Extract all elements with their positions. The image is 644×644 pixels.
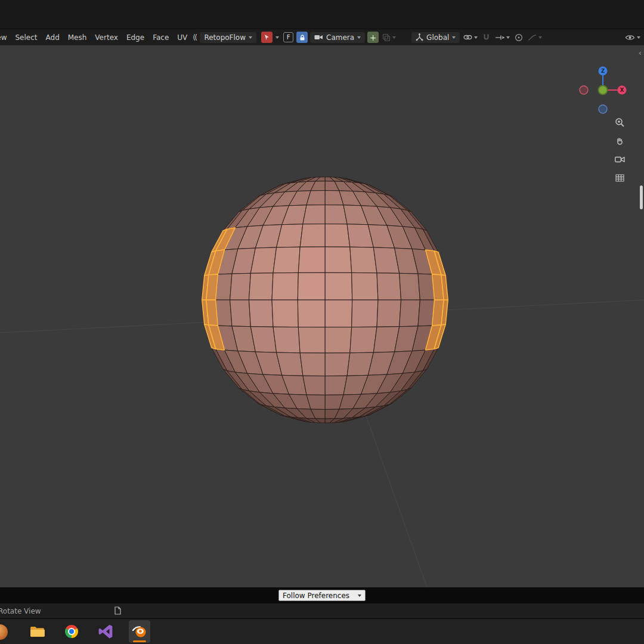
chevron-down-icon (637, 36, 640, 39)
taskbar-chrome[interactable] (61, 620, 82, 643)
snap-increment-icon (495, 34, 504, 41)
falloff-curve-group[interactable] (528, 34, 542, 41)
camera-view-dropdown[interactable]: Camera (310, 32, 365, 43)
neg-x-axis-ball[interactable] (580, 86, 588, 94)
menu-item-mesh[interactable]: Mesh (64, 32, 91, 43)
retopoflow-label: RetopoFlow (204, 33, 246, 42)
chevron-down-icon (357, 36, 361, 39)
grid-icon (615, 174, 625, 182)
sphere-wireframe (212, 177, 438, 423)
visibility-dropdown[interactable] (625, 34, 640, 41)
camera-view-button[interactable] (613, 153, 626, 166)
viewport-scrollbar-thumb[interactable] (640, 185, 643, 209)
snap-toggle[interactable] (482, 33, 490, 41)
folder-icon (30, 624, 45, 639)
chevron-down-icon (506, 36, 510, 39)
visual-studio-icon (98, 624, 113, 639)
copy-icon (382, 33, 391, 42)
pivot-point-group[interactable] (463, 33, 478, 41)
chevron-down-icon (249, 36, 252, 39)
zoom-button[interactable] (613, 116, 626, 129)
duplicate-icon-group[interactable] (382, 33, 396, 42)
navigation-gizmo[interactable]: Z X (575, 63, 630, 117)
tool-icon-group[interactable] (260, 32, 279, 43)
active-app-indicator (133, 640, 146, 642)
f-key-button[interactable]: F (283, 32, 293, 42)
3d-viewport[interactable]: ‹ Z X (0, 45, 644, 587)
blender-icon (132, 624, 147, 639)
chrome-icon (65, 625, 78, 638)
camera-icon (615, 156, 625, 163)
taskbar (0, 618, 644, 644)
menu-item-view[interactable]: View (0, 32, 11, 43)
taskbar-file-explorer[interactable] (27, 620, 48, 643)
window-titlebar (0, 0, 644, 29)
hand-icon (615, 136, 624, 145)
magnet-icon (482, 33, 490, 41)
retopoflow-dropdown[interactable]: RetopoFlow (200, 32, 256, 43)
status-bar: Rotate View (0, 603, 644, 618)
menu-item-add[interactable]: Add (42, 32, 64, 43)
follow-preferences-dropdown[interactable]: Follow Preferences (278, 590, 366, 601)
sphere-mesh[interactable] (0, 45, 644, 587)
active-tool-icon[interactable] (261, 32, 273, 43)
falloff-paren-icon: (( (193, 33, 196, 42)
viewport-nav-tools (613, 116, 626, 184)
toggle-ortho-button[interactable] (613, 171, 626, 184)
status-mode-text: Rotate View (0, 607, 41, 615)
chevron-down-icon (392, 36, 396, 39)
eye-icon (625, 34, 635, 41)
taskbar-pinned-partial-icon[interactable] (0, 624, 8, 640)
menu-item-edge[interactable]: Edge (122, 32, 148, 43)
lock-toggle-button[interactable] (296, 32, 308, 43)
pan-button[interactable] (613, 134, 626, 147)
snap-target-group[interactable] (495, 34, 510, 41)
chevron-down-icon (275, 36, 279, 39)
menu-item-select[interactable]: Select (11, 32, 41, 43)
falloff-curve-icon (528, 34, 537, 41)
chevron-down-icon (538, 36, 542, 39)
overlay-strip: Follow Preferences (0, 587, 644, 603)
chevron-down-icon (474, 36, 478, 39)
neg-z-axis-ball[interactable] (599, 105, 607, 113)
orientation-axes-icon (416, 33, 423, 41)
zoom-icon (615, 117, 625, 128)
z-axis-label: Z (601, 68, 605, 74)
camera-view-label: Camera (326, 33, 354, 42)
add-button[interactable]: + (367, 32, 379, 43)
transform-orientation-dropdown[interactable]: Global (411, 32, 460, 43)
taskbar-visual-studio[interactable] (95, 620, 116, 643)
sidebar-collapse-arrow[interactable]: ‹ (639, 49, 642, 57)
menu-item-face[interactable]: Face (148, 32, 173, 43)
proportional-circle-icon (515, 33, 523, 42)
follow-preferences-label: Follow Preferences (283, 592, 349, 600)
chevron-down-icon (452, 36, 456, 39)
editor-menubar: View Select Add Mesh Vertex Edge Face UV… (0, 29, 644, 45)
chevron-down-icon (358, 595, 361, 597)
y-axis-ball[interactable] (599, 86, 608, 95)
document-icon (114, 606, 121, 615)
transform-orientation-label: Global (426, 33, 449, 42)
taskbar-blender[interactable] (129, 620, 150, 643)
chain-link-icon (463, 33, 472, 41)
movie-camera-icon (314, 34, 323, 41)
x-axis-label: X (620, 87, 624, 93)
proportional-edit-toggle[interactable] (515, 33, 523, 42)
menu-item-vertex[interactable]: Vertex (91, 32, 122, 43)
menu-item-uv[interactable]: UV (173, 32, 191, 43)
